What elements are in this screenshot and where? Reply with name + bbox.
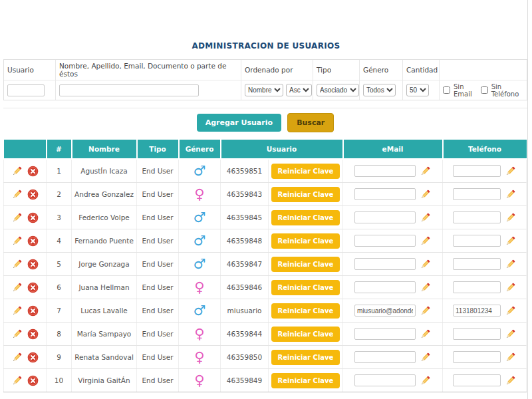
email-edit-icon[interactable] <box>420 212 431 223</box>
phone-input[interactable] <box>453 165 501 177</box>
phone-edit-icon[interactable] <box>505 235 516 247</box>
gender-icon: ♂ <box>194 256 206 272</box>
delete-user-icon[interactable] <box>27 352 39 363</box>
edit-user-icon[interactable] <box>11 235 23 247</box>
email-input[interactable] <box>354 281 416 293</box>
phone-input[interactable] <box>453 305 501 317</box>
delete-user-icon[interactable] <box>27 235 39 247</box>
reset-password-button[interactable]: Reiniciar Clave <box>271 327 340 342</box>
search-filter-input[interactable] <box>59 84 199 96</box>
pencil-icon <box>505 259 516 270</box>
email-edit-icon[interactable] <box>420 259 431 270</box>
delete-user-icon[interactable] <box>27 329 39 340</box>
email-edit-icon[interactable] <box>420 189 431 200</box>
cantidad-select[interactable]: 50 <box>406 84 429 96</box>
phone-edit-icon[interactable] <box>505 189 516 200</box>
reset-password-button[interactable]: Reiniciar Clave <box>271 164 340 179</box>
edit-user-icon[interactable] <box>11 352 23 363</box>
edit-user-icon[interactable] <box>11 259 23 270</box>
email-edit-icon[interactable] <box>420 305 431 317</box>
reset-password-button[interactable]: Reiniciar Clave <box>271 210 340 225</box>
edit-user-icon[interactable] <box>11 305 23 317</box>
email-input[interactable] <box>354 235 416 247</box>
delete-user-icon[interactable] <box>27 259 39 270</box>
orden-campo-select[interactable]: Nombre <box>245 84 283 96</box>
user-name: María Sampayo <box>72 323 137 346</box>
email-edit-icon[interactable] <box>420 282 431 293</box>
pencil-icon <box>420 305 431 317</box>
header-nombre: Nombre <box>72 140 137 159</box>
phone-edit-icon[interactable] <box>505 282 516 293</box>
edit-user-icon[interactable] <box>11 189 23 200</box>
phone-input[interactable] <box>453 281 501 293</box>
phone-edit-icon[interactable] <box>505 166 516 177</box>
row-number: 3 <box>47 206 72 229</box>
sin-telefono-checkbox[interactable] <box>481 86 488 94</box>
email-input[interactable] <box>354 328 416 340</box>
tipo-select[interactable]: Asociado <box>317 84 359 96</box>
reset-password-button[interactable]: Reiniciar Clave <box>271 303 340 319</box>
sin-email-label: Sin Email <box>454 83 478 98</box>
genero-select[interactable]: Todos <box>363 84 396 96</box>
actions-bar: Agregar Usuario Buscar <box>3 108 527 140</box>
email-input[interactable] <box>354 211 416 223</box>
edit-user-icon[interactable] <box>11 329 23 340</box>
delete-badge-icon <box>27 305 39 317</box>
email-edit-icon[interactable] <box>420 235 431 247</box>
header-usuario: Usuario <box>221 140 343 159</box>
phone-edit-icon[interactable] <box>505 375 516 386</box>
sin-email-checkbox[interactable] <box>443 86 450 94</box>
email-input[interactable] <box>354 258 416 270</box>
edit-user-icon[interactable] <box>11 166 23 177</box>
delete-user-icon[interactable] <box>27 166 39 177</box>
pencil-icon <box>505 235 516 247</box>
phone-input[interactable] <box>453 328 501 340</box>
email-input[interactable] <box>354 188 416 200</box>
reset-password-button[interactable]: Reiniciar Clave <box>271 350 340 365</box>
phone-edit-icon[interactable] <box>505 329 516 340</box>
email-input[interactable] <box>354 165 416 177</box>
sin-telefono-label: Sin Teléfono <box>491 83 523 98</box>
buscar-button[interactable]: Buscar <box>287 113 334 132</box>
delete-user-icon[interactable] <box>27 212 39 223</box>
delete-user-icon[interactable] <box>27 305 39 317</box>
user-name: AgustÍn Icaza <box>72 159 137 183</box>
email-edit-icon[interactable] <box>420 329 431 340</box>
phone-input[interactable] <box>453 211 501 223</box>
phone-input[interactable] <box>453 188 501 200</box>
phone-input[interactable] <box>453 258 501 270</box>
phone-input[interactable] <box>453 235 501 247</box>
reset-password-button[interactable]: Reiniciar Clave <box>271 280 340 295</box>
agregar-usuario-button[interactable]: Agregar Usuario <box>197 114 281 132</box>
delete-user-icon[interactable] <box>27 282 39 293</box>
email-input[interactable] <box>354 351 416 363</box>
table-row: 2 Andrea Gonzalez End User ♀ 46359843 Re… <box>4 183 527 206</box>
delete-user-icon[interactable] <box>27 375 39 386</box>
phone-edit-icon[interactable] <box>505 212 516 223</box>
delete-user-icon[interactable] <box>27 189 39 200</box>
reset-password-button[interactable]: Reiniciar Clave <box>271 257 340 272</box>
reset-password-button[interactable]: Reiniciar Clave <box>271 233 340 249</box>
phone-edit-icon[interactable] <box>505 352 516 363</box>
ordenado-por-label: Ordenado por <box>241 60 313 80</box>
delete-badge-icon <box>27 259 39 270</box>
email-input[interactable] <box>354 305 416 317</box>
gender-icon: ♂ <box>194 303 206 319</box>
pencil-icon <box>11 329 23 340</box>
email-edit-icon[interactable] <box>420 166 431 177</box>
edit-user-icon[interactable] <box>11 375 23 386</box>
phone-input[interactable] <box>453 374 501 386</box>
phone-edit-icon[interactable] <box>505 305 516 317</box>
phone-edit-icon[interactable] <box>505 259 516 270</box>
usuario-filter-input[interactable] <box>7 84 45 96</box>
reset-password-button[interactable]: Reiniciar Clave <box>271 373 340 388</box>
edit-user-icon[interactable] <box>11 212 23 223</box>
reset-password-button[interactable]: Reiniciar Clave <box>271 187 340 202</box>
email-edit-icon[interactable] <box>420 375 431 386</box>
edit-user-icon[interactable] <box>11 282 23 293</box>
phone-input[interactable] <box>453 351 501 363</box>
email-edit-icon[interactable] <box>420 352 431 363</box>
email-input[interactable] <box>354 374 416 386</box>
pencil-icon <box>420 235 431 247</box>
orden-direccion-select[interactable]: Asc <box>286 84 312 96</box>
